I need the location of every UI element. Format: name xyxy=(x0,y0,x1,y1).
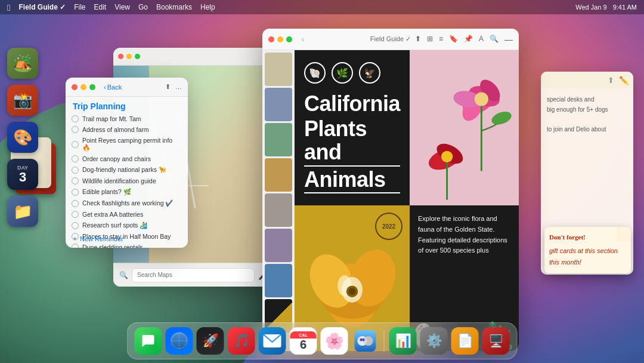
maximize-button[interactable] xyxy=(286,36,292,42)
dock-messages[interactable] xyxy=(135,327,162,355)
mail-icon xyxy=(264,334,281,347)
sidebar-app-icons: 🏕️ 📸 🎨 DAY 3 📁 xyxy=(7,48,38,227)
menu-app-name[interactable]: Field Guide ✓ xyxy=(18,3,66,11)
menu-edit[interactable]: Edit xyxy=(94,3,107,11)
svg-point-11 xyxy=(490,109,513,127)
menu-bar-right: Wed Jan 9 9:41 AM xyxy=(575,4,637,11)
minimize-button[interactable] xyxy=(126,54,132,59)
svg-point-31 xyxy=(358,336,367,346)
reminder-checkbox[interactable] xyxy=(72,244,79,248)
dock-calendar[interactable]: CAL 6 xyxy=(290,327,317,355)
book-thumb-5[interactable] xyxy=(265,193,292,227)
book-thumb-4[interactable] xyxy=(265,158,292,192)
notes-text-line1: special desks and xyxy=(547,94,627,104)
books-titlebar: ‹ Field Guide ✓ ⬆ ⊞ ≡ 🔖 📌 A 🔍 — xyxy=(262,29,519,50)
reminder-item: Check flashlights are working ✔️ xyxy=(66,198,188,209)
book-thumb-2[interactable] xyxy=(265,88,292,121)
dock-mail[interactable] xyxy=(259,327,286,355)
maps-titlebar: ••• xyxy=(113,48,274,66)
share-icon[interactable]: ⬆ xyxy=(415,35,421,44)
dock-numbers[interactable]: 📊 xyxy=(389,327,417,355)
freehand-text-2: this month! xyxy=(549,257,626,269)
minimize-button[interactable] xyxy=(277,36,283,42)
maps-search-input[interactable] xyxy=(132,268,255,282)
view-toggle-icon[interactable]: ⊞ xyxy=(427,35,433,44)
maximize-button[interactable] xyxy=(135,54,140,59)
cover-title-california: California xyxy=(304,92,400,116)
sidebar-icon-outdoor[interactable]: 🏕️ xyxy=(7,48,38,79)
reminders-titlebar: ‹ Back ⬆ … xyxy=(66,78,188,97)
dock-system-prefs[interactable]: ⚙️ xyxy=(420,327,448,355)
bookmark-icon[interactable]: 🔖 xyxy=(449,35,458,44)
books-window: ‹ Field Guide ✓ ⬆ ⊞ ≡ 🔖 📌 A 🔍 — xyxy=(262,29,519,351)
reminder-checkbox[interactable] xyxy=(72,222,79,229)
sidebar-icon-day3[interactable]: DAY 3 xyxy=(7,159,38,190)
svg-point-5 xyxy=(475,92,488,106)
flowers-svg xyxy=(410,50,519,205)
menu-bookmarks[interactable]: Bookmarks xyxy=(156,3,192,11)
reminder-checkbox[interactable] xyxy=(72,126,79,133)
menu-view[interactable]: View xyxy=(114,3,130,11)
reminder-item: Address of almond farm xyxy=(66,124,188,135)
books-window-controls xyxy=(268,36,292,42)
minus-icon[interactable]: — xyxy=(504,35,513,44)
minimize-button[interactable] xyxy=(80,84,86,90)
sidebar-icon-art[interactable]: 🎨 xyxy=(7,122,38,153)
apple-menu[interactable]:  xyxy=(7,2,10,13)
note-corner-fold xyxy=(617,227,631,241)
menu-file[interactable]: File xyxy=(74,3,85,11)
reminder-checkbox[interactable] xyxy=(72,211,79,218)
reminder-item: Edible plants? 🌿 xyxy=(66,186,188,198)
reminder-checkbox[interactable] xyxy=(72,167,79,174)
menu-go[interactable]: Go xyxy=(138,3,148,11)
dock-finder[interactable] xyxy=(352,327,379,355)
safari-icon xyxy=(171,332,188,350)
nav-back-icon[interactable]: ‹ xyxy=(302,35,304,44)
book-thumb-1[interactable] xyxy=(265,53,292,86)
reminder-checkbox[interactable] xyxy=(72,141,79,148)
pin-icon[interactable]: 📌 xyxy=(464,35,473,44)
menu-help[interactable]: Help xyxy=(200,3,215,11)
reminder-item: Dog-friendly national parks 🦮 xyxy=(66,164,188,176)
cover-title-animals: Animals xyxy=(304,168,400,194)
search-icon[interactable]: 🔍 xyxy=(490,35,499,44)
svg-point-33 xyxy=(363,339,365,342)
sidebar-icon-photos[interactable]: 📸 xyxy=(7,85,38,116)
share-icon[interactable]: ⬆ xyxy=(165,83,171,91)
book-thumb-6[interactable] xyxy=(265,229,292,262)
dock-remote-desktop[interactable]: 🖥️ xyxy=(482,327,510,355)
books-toolbar: ⬆ ⊞ ≡ 🔖 📌 A 🔍 — xyxy=(415,35,513,44)
dock-safari[interactable] xyxy=(166,327,193,355)
new-reminder-button[interactable]: ＋ New Reminder xyxy=(72,234,123,243)
table-icon[interactable]: ≡ xyxy=(439,35,443,44)
close-button[interactable] xyxy=(72,84,78,90)
reminder-checkbox[interactable] xyxy=(72,155,79,162)
cover-icon-shell: 🐚 xyxy=(304,62,326,84)
sidebar-icon-files[interactable]: 📁 xyxy=(7,196,38,227)
dock-pages[interactable]: 📄 xyxy=(451,327,479,355)
text-icon[interactable]: A xyxy=(479,35,484,44)
notes-content: special desks and big enough for 5+ dogs… xyxy=(541,88,633,140)
close-button[interactable] xyxy=(268,36,274,42)
notes-share-icon[interactable]: ⬆ xyxy=(608,76,614,85)
more-icon[interactable]: … xyxy=(175,83,182,91)
menu-time: 9:41 AM xyxy=(613,4,637,11)
dock-photos[interactable]: 🌸 xyxy=(321,327,348,355)
dock-music[interactable]: 🎵 xyxy=(228,327,255,355)
notes-text-line2: big enough for 5+ dogs xyxy=(547,104,627,115)
maps-window-controls xyxy=(118,54,140,59)
reminder-checkbox[interactable] xyxy=(72,189,79,196)
dock-launchpad[interactable]: 🚀 xyxy=(197,327,224,355)
close-button[interactable] xyxy=(118,54,123,59)
book-thumb-3[interactable] xyxy=(265,123,292,156)
books-nav: ‹ xyxy=(302,35,304,44)
reminder-checkbox[interactable] xyxy=(72,115,79,122)
back-button[interactable]: ‹ Back xyxy=(104,84,122,91)
maximize-button[interactable] xyxy=(89,84,95,90)
reminder-checkbox[interactable] xyxy=(72,200,79,207)
reminder-checkbox[interactable] xyxy=(72,177,79,184)
book-thumb-7[interactable] xyxy=(265,264,292,297)
notes-pencil-icon[interactable]: ✏️ xyxy=(619,76,628,85)
menu-bar:  Field Guide ✓ File Edit View Go Bookma… xyxy=(0,0,644,14)
reminder-item: Point Reyes camping permit info 🔥 xyxy=(66,135,188,153)
